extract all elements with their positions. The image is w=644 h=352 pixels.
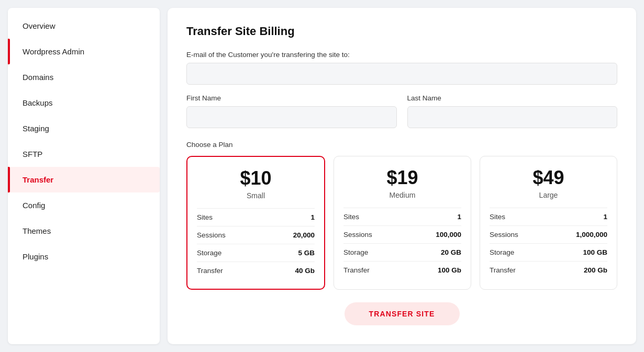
plan-row-value: 5 GB <box>298 249 315 257</box>
first-name-col: First Name <box>186 94 397 128</box>
plan-row-label: Sessions <box>490 231 518 239</box>
transfer-site-button[interactable]: TRANSFER SITE <box>345 302 460 325</box>
plan-row-medium-transfer: Transfer100 Gb <box>343 261 461 279</box>
plan-row-label: Sites <box>343 213 359 221</box>
last-name-input[interactable] <box>407 106 618 128</box>
main-content: Transfer Site Billing E-mail of the Cust… <box>160 0 644 352</box>
sidebar-item-transfer[interactable]: Transfer <box>8 167 160 192</box>
plan-price-medium: $19 <box>343 167 461 189</box>
plan-card-medium[interactable]: $19MediumSites1Sessions100,000Storage20 … <box>334 156 471 290</box>
plan-card-small[interactable]: $10SmallSites1Sessions20,000Storage5 GBT… <box>186 156 325 290</box>
sidebar: OverviewWordpress AdminDomainsBackupsSta… <box>8 8 160 344</box>
plan-card-large[interactable]: $49LargeSites1Sessions1,000,000Storage10… <box>480 156 617 290</box>
plan-row-value: 200 Gb <box>584 266 607 274</box>
name-row: First Name Last Name <box>186 94 617 128</box>
plan-price-small: $10 <box>197 167 315 189</box>
first-name-label: First Name <box>186 94 397 102</box>
sidebar-item-overview[interactable]: Overview <box>8 13 160 39</box>
plan-row-value: 100 GB <box>583 248 607 256</box>
plan-row-large-sessions: Sessions1,000,000 <box>490 225 607 243</box>
plan-row-value: 1 <box>603 213 607 221</box>
plan-row-value: 1,000,000 <box>576 231 607 239</box>
sidebar-item-domains[interactable]: Domains <box>8 64 160 90</box>
plan-row-large-sites: Sites1 <box>490 208 607 225</box>
plan-row-value: 20,000 <box>293 231 315 239</box>
sidebar-item-plugins[interactable]: Plugins <box>8 244 160 269</box>
sidebar-item-backups[interactable]: Backups <box>8 90 160 116</box>
choose-plan-label: Choose a Plan <box>186 141 617 149</box>
sidebar-item-themes[interactable]: Themes <box>8 218 160 244</box>
plan-row-value: 100,000 <box>436 231 461 239</box>
transfer-card: Transfer Site Billing E-mail of the Cust… <box>168 8 636 344</box>
plan-row-label: Storage <box>343 248 368 256</box>
plan-row-label: Transfer <box>490 266 516 274</box>
plan-row-medium-sessions: Sessions100,000 <box>343 225 461 243</box>
sidebar-item-staging[interactable]: Staging <box>8 116 160 141</box>
plan-row-medium-storage: Storage20 GB <box>343 243 461 261</box>
plan-row-label: Sites <box>490 213 505 221</box>
plan-row-large-storage: Storage100 GB <box>490 243 607 261</box>
last-name-label: Last Name <box>407 94 618 102</box>
sidebar-item-config[interactable]: Config <box>8 192 160 218</box>
plan-row-label: Storage <box>490 248 514 256</box>
last-name-col: Last Name <box>407 94 618 128</box>
plan-row-label: Sites <box>197 213 213 221</box>
plan-row-label: Sessions <box>197 231 226 239</box>
page-title: Transfer Site Billing <box>186 25 617 38</box>
email-label: E-mail of the Customer you're transferin… <box>186 51 617 59</box>
plan-row-label: Transfer <box>343 266 370 274</box>
sidebar-item-wordpress-admin[interactable]: Wordpress Admin <box>8 39 160 64</box>
plan-row-value: 40 Gb <box>295 267 315 275</box>
plan-row-small-sites: Sites1 <box>197 208 315 226</box>
plan-name-medium: Medium <box>343 191 461 199</box>
email-input[interactable] <box>186 63 617 85</box>
plan-row-label: Storage <box>197 249 221 257</box>
plan-row-large-transfer: Transfer200 Gb <box>490 261 607 279</box>
plan-row-label: Sessions <box>343 231 372 239</box>
plan-price-large: $49 <box>490 167 607 189</box>
plan-row-value: 20 GB <box>441 248 461 256</box>
plan-row-small-storage: Storage5 GB <box>197 244 315 262</box>
plan-row-medium-sites: Sites1 <box>343 208 461 225</box>
plan-row-small-transfer: Transfer40 Gb <box>197 262 315 279</box>
plan-row-value: 1 <box>310 213 315 221</box>
plan-name-small: Small <box>197 191 315 200</box>
plan-row-value: 1 <box>457 213 461 221</box>
plans-grid: $10SmallSites1Sessions20,000Storage5 GBT… <box>186 156 617 290</box>
plan-row-value: 100 Gb <box>438 266 461 274</box>
sidebar-item-sftp[interactable]: SFTP <box>8 141 160 167</box>
first-name-input[interactable] <box>186 106 397 128</box>
plan-row-label: Transfer <box>197 267 223 275</box>
plan-row-small-sessions: Sessions20,000 <box>197 226 315 244</box>
plan-name-large: Large <box>490 191 607 199</box>
